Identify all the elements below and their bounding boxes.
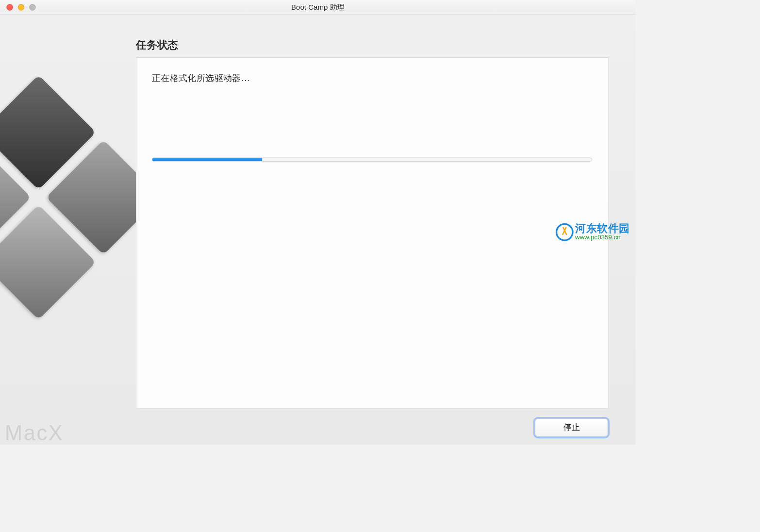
maximize-icon (29, 4, 35, 10)
logo-diamond-top (0, 75, 96, 190)
content-area: 任务状态 正在格式化所选驱动器… (136, 38, 615, 409)
window-controls (6, 4, 35, 10)
window-body: 任务状态 正在格式化所选驱动器… 河东软件园 www.pc0359.cn 停止 … (0, 15, 636, 445)
minimize-icon[interactable] (18, 4, 24, 10)
status-message: 正在格式化所选驱动器… (152, 72, 593, 84)
window-title: Boot Camp 助理 (0, 2, 636, 12)
logo-diamond-bottom (0, 205, 96, 320)
progress-bar (152, 157, 592, 161)
progress-fill (152, 158, 262, 161)
footer: 停止 (535, 418, 608, 437)
status-panel: 正在格式化所选驱动器… (136, 57, 609, 408)
corner-watermark: MacX (5, 420, 64, 445)
page-title: 任务状态 (136, 38, 615, 52)
close-icon[interactable] (6, 4, 13, 10)
stop-button[interactable]: 停止 (535, 418, 608, 437)
logo-diamond-left (0, 140, 31, 255)
bootcamp-logo (0, 161, 132, 348)
titlebar: Boot Camp 助理 (0, 0, 636, 15)
